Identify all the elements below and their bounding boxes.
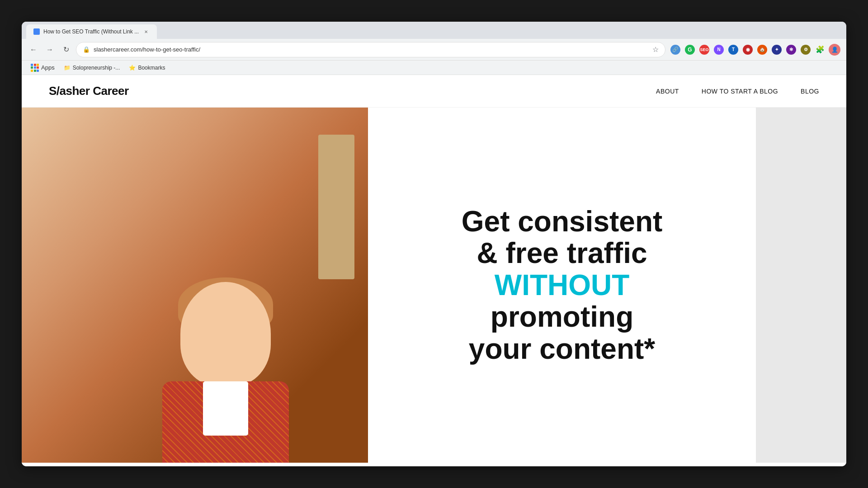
forward-button[interactable]: → — [43, 43, 56, 56]
bookmarks-bar: Apps 📁 Solopreneurship -... ⭐ Bookmarks — [22, 61, 846, 75]
lock-icon: 🔒 — [83, 46, 90, 53]
hero-section: Get consistent & free traffic WITHOUT pr… — [22, 108, 846, 463]
tab-bar: How to Get SEO Traffic (Without Link ...… — [22, 22, 846, 39]
hero-image-area — [22, 108, 368, 463]
ext-puzzle-icon[interactable]: 🧩 — [814, 43, 826, 56]
nav-blog[interactable]: BLOG — [801, 88, 819, 95]
hero-line5: your content* — [469, 333, 655, 365]
bookmark-solopreneurship-label: Solopreneurship -... — [73, 65, 120, 71]
tab-close-button[interactable]: ✕ — [142, 28, 150, 35]
ext-link-icon[interactable]: 🔗 — [669, 43, 682, 56]
active-tab[interactable]: How to Get SEO Traffic (Without Link ...… — [26, 24, 157, 39]
bookmark-solopreneurship[interactable]: 📁 Solopreneurship -... — [60, 63, 124, 72]
website-content: S/asher Career ABOUT HOW TO START A BLOG… — [22, 75, 846, 466]
hero-line2: & free traffic — [477, 237, 647, 269]
ext-4-icon[interactable]: N — [712, 43, 725, 56]
url-display: slashercareer.com/how-to-get-seo-traffic… — [94, 46, 649, 53]
apps-button[interactable]: Apps — [27, 62, 58, 73]
browser-toolbar: ← → ↻ 🔒 slashercareer.com/how-to-get-seo… — [22, 39, 846, 61]
tab-favicon — [33, 28, 40, 35]
apps-grid-icon — [31, 64, 39, 72]
wood-frame-decoration — [318, 135, 354, 279]
ext-6-icon[interactable]: ◉ — [741, 43, 754, 56]
apps-label: Apps — [41, 64, 55, 71]
person-shirt — [203, 381, 248, 436]
hero-headline: Get consistent & free traffic WITHOUT pr… — [395, 206, 729, 365]
hero-line4: promoting — [491, 300, 633, 333]
site-menu: ABOUT HOW TO START A BLOG BLOG — [656, 88, 819, 95]
profile-avatar[interactable]: 👤 — [828, 43, 841, 56]
reload-button[interactable]: ↻ — [60, 43, 72, 56]
bookmark-bookmarks-label: Bookmarks — [138, 65, 165, 71]
nav-how-to-start-blog[interactable]: HOW TO START A BLOG — [702, 88, 778, 95]
hero-image — [22, 108, 368, 463]
extensions-area: 🔗 G SEO N T ◉ 🏠 ✦ ✻ — [669, 43, 841, 56]
ext-seo-icon[interactable]: SEO — [698, 43, 711, 56]
nav-about[interactable]: ABOUT — [656, 88, 679, 95]
site-logo[interactable]: S/asher Career — [49, 84, 129, 98]
back-button[interactable]: ← — [27, 43, 40, 56]
hero-right-panel — [756, 108, 846, 463]
ext-8-icon[interactable]: ✦ — [770, 43, 783, 56]
address-bar[interactable]: 🔒 slashercareer.com/how-to-get-seo-traff… — [76, 42, 665, 57]
person-face-shape — [180, 282, 271, 386]
bookmark-star-icon[interactable]: ☆ — [652, 45, 659, 54]
ext-9-icon[interactable]: ✻ — [785, 43, 797, 56]
ext-10-icon[interactable]: ⚙ — [799, 43, 812, 56]
hero-line3-highlight: WITHOUT — [395, 269, 729, 301]
bookmark-star-icon: ⭐ — [129, 65, 136, 71]
browser-window: How to Get SEO Traffic (Without Link ...… — [22, 22, 846, 466]
ext-grammarly-icon[interactable]: G — [684, 43, 696, 56]
bookmark-folder-icon: 📁 — [64, 65, 71, 71]
person-illustration — [149, 273, 302, 463]
site-navigation: S/asher Career ABOUT HOW TO START A BLOG… — [22, 75, 846, 108]
ext-7-icon[interactable]: 🏠 — [756, 43, 769, 56]
bookmark-bookmarks[interactable]: ⭐ Bookmarks — [125, 63, 169, 72]
hero-text-area: Get consistent & free traffic WITHOUT pr… — [368, 108, 756, 463]
tab-label: How to Get SEO Traffic (Without Link ... — [43, 28, 139, 35]
hero-line1: Get consistent — [462, 205, 663, 238]
ext-5-icon[interactable]: T — [727, 43, 740, 56]
